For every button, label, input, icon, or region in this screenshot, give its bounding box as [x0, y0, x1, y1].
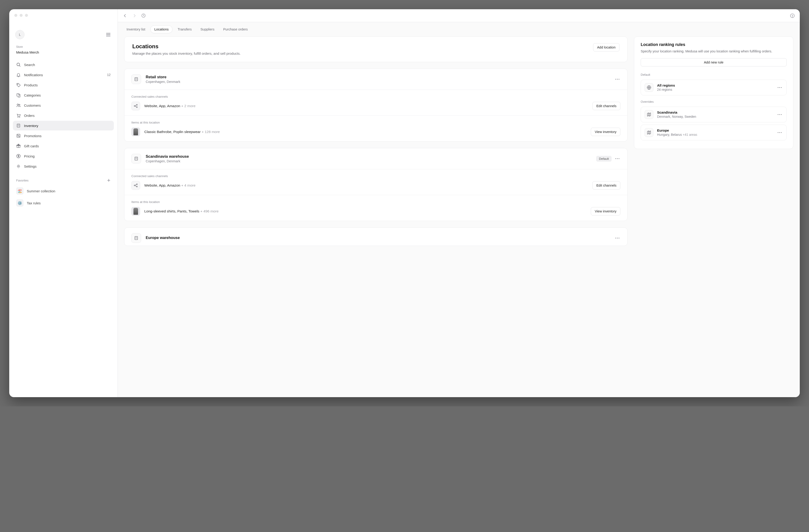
nav-back-icon[interactable]: [123, 13, 127, 18]
svg-point-31: [792, 17, 792, 17]
close-window[interactable]: [14, 14, 17, 17]
favorites-header: Favorites: [13, 172, 114, 184]
nav-item-products[interactable]: Products: [13, 80, 114, 90]
tab-inventory-list[interactable]: Inventory list: [123, 25, 149, 33]
location-address: Copenhagen, Denmark: [146, 80, 180, 84]
view-inventory-button[interactable]: View inventory: [591, 207, 620, 216]
item-thumbnail: [131, 127, 140, 136]
tab-transfers[interactable]: Transfers: [174, 25, 195, 33]
rule-menu-icon[interactable]: [777, 86, 783, 89]
edit-channels-button[interactable]: Edit channels: [592, 181, 620, 190]
avatar[interactable]: L: [15, 30, 24, 39]
location-menu-icon[interactable]: [614, 78, 620, 81]
channels-text: Website, App, Amazon + 4 more: [144, 183, 195, 188]
layers-icon: [16, 93, 21, 98]
nav-item-search[interactable]: Search: [13, 60, 114, 69]
nav-label: Pricing: [24, 154, 35, 158]
override-rule-card[interactable]: Europe Hungary, Belarus +41 areas: [641, 125, 787, 140]
svg-point-42: [134, 105, 135, 106]
add-rule-button[interactable]: Add new rule: [641, 58, 787, 67]
svg-point-40: [617, 79, 618, 80]
svg-point-80: [781, 114, 781, 115]
channels-label: Connected sales channels: [131, 174, 620, 178]
location-name: Europe warehouse: [146, 236, 180, 240]
items-label: Items at this location: [131, 200, 620, 204]
svg-line-45: [135, 105, 136, 106]
default-rule-card[interactable]: All regions 24 regions: [641, 80, 787, 96]
nav-item-gift-cards[interactable]: Gift cards: [13, 141, 114, 151]
nav-item-pricing[interactable]: Pricing: [13, 151, 114, 161]
nav-item-inventory[interactable]: Inventory: [13, 121, 114, 131]
svg-point-3: [17, 63, 20, 66]
view-inventory-button[interactable]: View inventory: [591, 128, 620, 136]
add-location-button[interactable]: Add location: [593, 43, 619, 51]
nav-item-promotions[interactable]: Promotions: [13, 131, 114, 141]
nav-badge: 12: [107, 73, 110, 77]
history-icon[interactable]: [141, 13, 146, 18]
nav-forward-icon[interactable]: [132, 13, 137, 18]
nav-item-customers[interactable]: Customers: [13, 100, 114, 110]
page-subtitle: Manage the places you stock inventory, f…: [132, 51, 241, 55]
nav-label: Orders: [24, 114, 35, 118]
rule-menu-icon[interactable]: [777, 131, 783, 134]
nav-item-categories[interactable]: Categories: [13, 90, 114, 100]
location-name: Retail store: [146, 75, 180, 79]
items-text: Classic Bathrobe, Poplin sleepwear + 128…: [144, 130, 220, 134]
nav-item-orders[interactable]: Orders: [13, 110, 114, 120]
add-favorite-icon[interactable]: [107, 178, 110, 182]
svg-point-69: [615, 238, 616, 238]
building-icon: [131, 233, 141, 243]
nav-label: Gift cards: [24, 144, 39, 148]
tab-purchase-orders[interactable]: Purchase orders: [220, 25, 252, 33]
nav-label: Settings: [24, 165, 36, 168]
svg-point-73: [778, 87, 778, 88]
svg-point-41: [619, 79, 619, 80]
building-icon: [131, 74, 141, 84]
rule-subtitle: 24 regions: [657, 88, 773, 91]
svg-point-57: [134, 185, 135, 186]
minimize-window[interactable]: [20, 14, 23, 17]
override-rule-card[interactable]: Scandinavia Denmark, Norway, Sweden: [641, 107, 787, 122]
rules-panel: Location ranking rules Specify your loca…: [634, 36, 793, 149]
map-icon: [644, 128, 653, 137]
rule-menu-icon[interactable]: [777, 113, 783, 116]
channels-icon: [131, 102, 140, 110]
favorite-label: Summer collection: [27, 189, 55, 193]
overrides-label: Overrides: [634, 98, 793, 105]
locations-list: Retail store Copenhagen, Denmark Connect…: [124, 69, 627, 246]
item-thumbnail: [131, 207, 140, 216]
items-text: Long-sleeved shirts, Pants, Towels + 496…: [144, 209, 219, 213]
location-card: Scandinavia warehouse Copenhagen, Denmar…: [124, 148, 627, 221]
favorite-icon: ⚙️: [16, 199, 23, 207]
favorite-item[interactable]: 🏖️Summer collection: [13, 185, 114, 197]
svg-point-78: [778, 114, 778, 115]
svg-point-56: [619, 158, 619, 159]
svg-point-44: [136, 107, 137, 108]
maximize-window[interactable]: [25, 14, 28, 17]
svg-rect-62: [135, 237, 138, 240]
favorite-item[interactable]: ⚙️Tax rules: [13, 197, 114, 209]
tab-suppliers[interactable]: Suppliers: [197, 25, 218, 33]
location-menu-icon[interactable]: [614, 157, 620, 160]
tab-locations[interactable]: Locations: [150, 25, 172, 33]
location-address: Copenhagen, Denmark: [146, 159, 189, 163]
location-menu-icon[interactable]: [614, 237, 620, 239]
search-icon: [16, 62, 21, 67]
svg-line-61: [135, 185, 136, 187]
svg-rect-47: [135, 157, 138, 160]
store-label: Store: [13, 45, 114, 49]
channels-label: Connected sales channels: [131, 95, 620, 98]
svg-point-83: [778, 132, 778, 133]
topbar: [118, 9, 800, 22]
edit-channels-button[interactable]: Edit channels: [592, 102, 620, 110]
rules-subtitle: Specify your location ranking. Medusa wi…: [634, 49, 793, 54]
sidebar-toggle-icon[interactable]: [106, 33, 110, 36]
content: Locations Manage the places you stock in…: [118, 36, 800, 397]
svg-point-10: [19, 117, 20, 118]
help-icon[interactable]: [790, 13, 795, 18]
favorites-label: Favorites: [16, 179, 29, 182]
nav-item-settings[interactable]: Settings: [13, 161, 114, 171]
nav-item-notifications[interactable]: Notifications12: [13, 70, 114, 80]
globe-icon: [644, 83, 653, 92]
svg-point-71: [619, 238, 619, 238]
